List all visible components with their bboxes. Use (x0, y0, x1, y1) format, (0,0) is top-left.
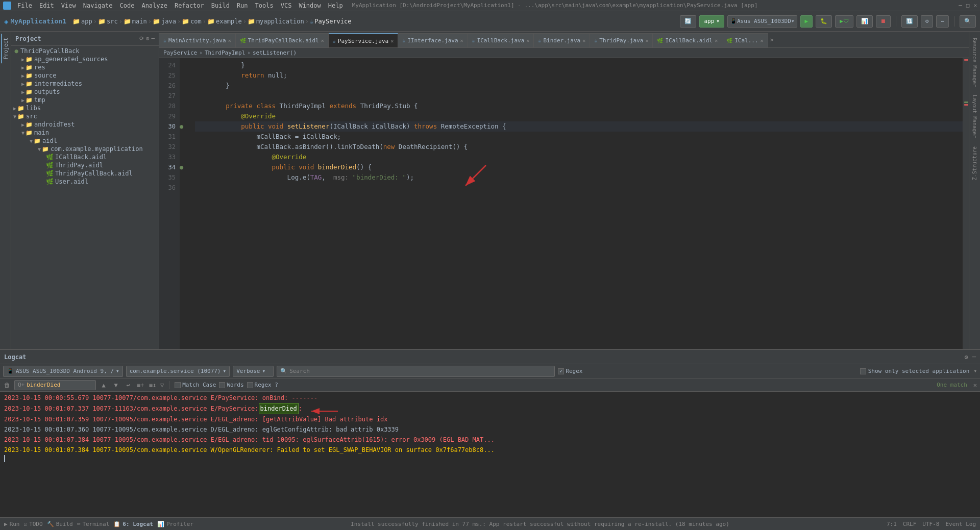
menu-help[interactable]: Help (325, 1, 346, 10)
device-selector[interactable]: 📱 Asus ASUS_I003DD ▾ (727, 15, 797, 28)
code-content[interactable]: } return null; } private class ThirdPayI… (190, 58, 963, 349)
logcat-status-item[interactable]: 📋 6: Logcat (113, 521, 153, 527)
tree-androidtest[interactable]: ▶ 📁 androidTest (11, 120, 159, 129)
tree-res[interactable]: ▶ 📁 res (11, 63, 159, 71)
terminal-status-item[interactable]: ⌨ Terminal (77, 521, 110, 527)
tab-iinterface[interactable]: ☕ IInterface.java ✕ (398, 33, 468, 47)
search-prev-btn[interactable]: ▲ (99, 381, 108, 390)
tree-thridpaycallback-aidl[interactable]: 🌿 ThridPayCallBack.aidl (11, 169, 159, 178)
menu-build[interactable]: Build (208, 1, 233, 10)
tree-source[interactable]: ▶ 📁 source (11, 71, 159, 80)
line-col-indicator[interactable]: 7:1 (887, 521, 897, 527)
tree-root[interactable]: ● ThridPayCallBack (11, 47, 159, 55)
tree-src[interactable]: ▼ 📁 src (11, 112, 159, 120)
tree-intermediates[interactable]: ▶ 📁 intermediates (11, 80, 159, 88)
tab-close-binder[interactable]: ✕ (582, 38, 585, 43)
menu-file[interactable]: File (14, 1, 35, 10)
panel-collapse-icon[interactable]: ─ (151, 35, 155, 42)
z-structure-tab[interactable]: Z-Structure (971, 142, 978, 184)
tab-icallback[interactable]: ☕ ICallBack.java ✕ (468, 33, 534, 47)
search-everywhere-btn[interactable]: 🔍 (960, 15, 976, 28)
process-dropdown[interactable]: com.example.service (10077) ▾ (126, 366, 230, 377)
bc-myapplication[interactable]: myapplication (256, 18, 304, 25)
search-regex-opt[interactable]: ≡↕ (148, 381, 157, 390)
close-search-btn[interactable]: ✕ (973, 382, 977, 389)
tab-close-ical[interactable]: ✕ (761, 38, 764, 43)
layout-manager-tab[interactable]: Layout Manager (971, 91, 978, 142)
bc-app[interactable]: app (81, 18, 92, 25)
bc-com[interactable]: com (190, 18, 202, 25)
maximize-btn[interactable]: □ (966, 2, 970, 9)
tab-close-mainactivity[interactable]: ✕ (228, 38, 231, 43)
tree-aidl[interactable]: ▼ 📁 aidl (11, 137, 159, 145)
more-btn[interactable]: ⋯ (936, 15, 949, 28)
tab-ical-ellipsis[interactable]: 🌿 ICal... ✕ (722, 33, 768, 47)
device-dropdown[interactable]: 📱 ASUS ASUS_I003DD Android 9, / ▾ (3, 366, 123, 377)
tab-thridpay[interactable]: ☕ ThridPay.java ✕ (590, 33, 653, 47)
tab-close-thridpaycallback[interactable]: ✕ (321, 38, 324, 43)
logcat-search-input[interactable]: Q+ binderDied (14, 380, 96, 390)
menu-navigate[interactable]: Navigate (80, 1, 116, 10)
tree-outputs[interactable]: ▶ 📁 outputs (11, 88, 159, 96)
run-btn[interactable]: ▶ (800, 15, 813, 28)
cb-setlistener[interactable]: setListener() (253, 49, 297, 56)
tab-icallback-aidl[interactable]: 🌿 ICallBack.aidl ✕ (653, 33, 722, 47)
tree-ap-generated[interactable]: ▶ 📁 ap_generated_sources (11, 55, 159, 63)
sync-btn[interactable]: 🔄 (680, 15, 696, 28)
menu-vcs[interactable]: VCS (278, 1, 295, 10)
bc-main[interactable]: main (132, 18, 147, 25)
profiler-status-item[interactable]: 📊 Profiler (157, 521, 193, 527)
stop-btn[interactable]: ⏹ (876, 15, 891, 28)
encoding-indicator[interactable]: UTF-8 (922, 521, 939, 527)
project-selector[interactable]: ◈ MyApplication1 (4, 17, 66, 26)
menu-tools[interactable]: Tools (252, 1, 277, 10)
cb-payservice[interactable]: PayService (163, 49, 197, 56)
tree-main[interactable]: ▼ 📁 main (11, 129, 159, 137)
logcat-settings-icon[interactable]: ⚙ (965, 354, 968, 361)
search-options-btn[interactable]: ≡+ (136, 381, 145, 390)
menu-view[interactable]: View (58, 1, 79, 10)
bc-java[interactable]: java (161, 18, 176, 25)
cb-thirdpayimpl[interactable]: ThirdPayImpl (205, 49, 245, 56)
tab-close-icallback-aidl[interactable]: ✕ (715, 38, 718, 43)
match-case-option[interactable]: Match Case (175, 382, 216, 388)
tree-user-aidl[interactable]: 🌿 User.aidl (11, 178, 159, 186)
tree-com-package[interactable]: ▼ 📁 com.example.myapplication (11, 145, 159, 153)
tab-payservice[interactable]: ☕ PayService.java ✕ (329, 33, 398, 47)
search-wrap-btn[interactable]: ↩ (124, 381, 133, 390)
logcat-clear-btn[interactable]: 🗑 (3, 381, 11, 389)
tab-close-payservice[interactable]: ✕ (390, 38, 394, 44)
show-selected-checkbox[interactable] (860, 368, 866, 374)
logcat-search-box[interactable]: 🔍 Search (277, 366, 555, 377)
profile-btn[interactable]: 📊 (856, 15, 873, 28)
run-status-item[interactable]: ▶ Run (4, 521, 20, 527)
run-config-btn[interactable]: app ▾ (699, 15, 724, 28)
tree-thridpay-aidl[interactable]: 🌿 ThridPay.aidl (11, 161, 159, 169)
logcat-minimize-icon[interactable]: ─ (972, 354, 976, 361)
tab-mainactivity[interactable]: ☕ MainActivity.java ✕ (159, 33, 236, 47)
regex-option[interactable]: Regex ? (247, 382, 278, 388)
code-editor[interactable]: 24 25 26 27 28 29 30 31 32 33 34 35 36 (159, 58, 969, 349)
menu-window[interactable]: Window (296, 1, 324, 10)
tab-close-icallback[interactable]: ✕ (526, 38, 529, 43)
tabs-overflow-btn[interactable]: » (768, 36, 776, 43)
menu-run[interactable]: Run (234, 1, 251, 10)
tree-tmp[interactable]: ▶ 📁 tmp (11, 96, 159, 104)
build-status-item[interactable]: 🔨 Build (47, 521, 73, 527)
words-option[interactable]: Words (219, 382, 243, 388)
debug-btn[interactable]: 🐛 (816, 15, 832, 28)
log-content[interactable]: 2023-10-15 00:00:55.679 10077-10077/com.… (0, 392, 980, 517)
tab-close-iinterface[interactable]: ✕ (460, 38, 463, 43)
resource-manager-tab[interactable]: Resource Manager (971, 34, 978, 91)
event-log-btn[interactable]: Event Log (945, 521, 976, 527)
bc-src[interactable]: src (107, 18, 118, 25)
settings-btn[interactable]: ⚙ (921, 15, 934, 28)
menu-edit[interactable]: Edit (36, 1, 57, 10)
tab-binder[interactable]: ☕ Binder.java ✕ (534, 33, 590, 47)
bc-example[interactable]: example (216, 18, 242, 25)
panel-settings-icon[interactable]: ⚙ (146, 35, 150, 42)
menu-refactor[interactable]: Refactor (172, 1, 207, 10)
minimize-btn[interactable]: ─ (959, 2, 962, 9)
filter-icon[interactable]: ▽ (160, 382, 164, 389)
tab-close-thridpay[interactable]: ✕ (645, 38, 648, 43)
